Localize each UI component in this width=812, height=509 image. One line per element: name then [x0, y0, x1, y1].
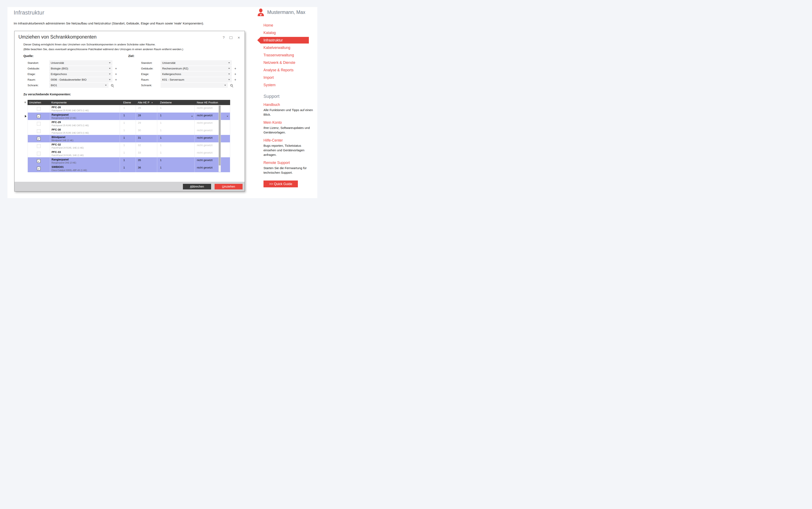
- chevron-down-icon[interactable]: [191, 116, 193, 117]
- cell-zielebene-value: 1: [160, 144, 161, 147]
- chevron-down-icon[interactable]: [109, 74, 111, 75]
- close-icon[interactable]: ✕: [237, 36, 240, 40]
- sidebar-item-home[interactable]: Home: [257, 22, 311, 29]
- column-header-ebene[interactable]: Ebene: [120, 100, 136, 105]
- cell-ebene-value: 1: [123, 151, 125, 154]
- row-checkbox[interactable]: [37, 107, 41, 111]
- table-row[interactable]: PFC-33PatchPanel 24 RJ45, 1HE (1 HE)1331…: [28, 150, 230, 157]
- sidebar-item-katalog[interactable]: Katalog: [257, 29, 311, 36]
- add-button[interactable]: +: [113, 77, 118, 82]
- combobox-schrank[interactable]: [160, 83, 228, 88]
- cell-komponente: BlindpanelBlindpanel 1HE (1 HE): [50, 135, 120, 142]
- chevron-down-icon[interactable]: [109, 68, 111, 69]
- move-button[interactable]: Umziehen: [215, 184, 243, 190]
- table-row[interactable]: RangierpanelRangierpanel 2HE (2 HE)1351n…: [28, 157, 230, 165]
- chevron-down-icon[interactable]: [105, 85, 107, 86]
- table-row[interactable]: PFC-26Patchpanel 25 RJ45 1HE CAT3 (1 HE)…: [28, 105, 230, 112]
- row-checkbox[interactable]: [37, 122, 41, 126]
- chevron-down-icon[interactable]: [228, 68, 230, 69]
- cell-zielebene-value: 1: [160, 159, 161, 162]
- page-subtitle: Im Infrastrukturbereich administrieren S…: [14, 22, 204, 25]
- cell-zielebene-value: 1: [160, 166, 161, 169]
- cell-alte-he-position: 36: [136, 165, 157, 172]
- quick-guide-button[interactable]: >> Quick Guide: [263, 180, 298, 188]
- cell-ebene-value: 1: [123, 114, 125, 117]
- chevron-down-icon[interactable]: [227, 116, 228, 117]
- cell-ebene-value: 1: [123, 159, 125, 162]
- component-name: Rangierpanel: [51, 158, 120, 161]
- add-button[interactable]: +: [113, 71, 118, 77]
- support-link-hilfe-center[interactable]: Hilfe-Center: [263, 138, 311, 143]
- chevron-down-icon[interactable]: [228, 62, 230, 63]
- cancel-button[interactable]: Abbrechen: [183, 184, 211, 190]
- add-button[interactable]: +: [233, 71, 238, 77]
- column-header-zielebene[interactable]: Zielebene: [157, 100, 195, 105]
- combobox-standort[interactable]: Universität: [49, 60, 112, 66]
- support-description: Bugs reporten, Ticketstatus einsehen und…: [263, 143, 313, 157]
- grid-header: Umziehen Komponente Ebene Alte HE P ▲ Zi…: [28, 100, 230, 105]
- table-row[interactable]: RangierpanelRangierpanel 2HE (2 HE)1281n…: [28, 112, 230, 120]
- component-type: PatchPanel 24 RJ45, 1HE (1 HE): [51, 146, 120, 149]
- sidebar-item-netzwerk-dienste[interactable]: Netzwerk & Dienste: [257, 59, 311, 66]
- row-checkbox[interactable]: [37, 167, 41, 170]
- sidebar-item-system[interactable]: System: [257, 81, 311, 89]
- cell-alte-he-position-value: 31: [138, 136, 141, 139]
- field-label: Standort:: [141, 61, 160, 64]
- search-button[interactable]: [110, 83, 115, 88]
- chevron-down-icon[interactable]: [228, 74, 230, 75]
- maximize-icon[interactable]: [229, 36, 232, 39]
- chevron-down-icon[interactable]: [109, 79, 111, 80]
- sidebar-item-import[interactable]: Import: [257, 74, 311, 81]
- column-header-alte-he-position[interactable]: Alte HE P ▲: [136, 100, 157, 105]
- table-row[interactable]: SWBIO01Cisco Catalyst 9300L-48P-4X (1 HE…: [28, 165, 230, 172]
- form-row-standort: Standort:Universität: [24, 60, 118, 66]
- cell-ebene-value: 1: [123, 106, 125, 109]
- table-row[interactable]: PFC-32PatchPanel 24 RJ45, 1HE (1 HE)1321…: [28, 142, 230, 150]
- support-link-mein-konto[interactable]: Mein Konto: [263, 121, 311, 125]
- table-row[interactable]: BlindpanelBlindpanel 1HE (1 HE)1311nicht…: [28, 135, 230, 142]
- table-row[interactable]: PFC-29Patchpanel 25 RJ45 1HE CAT3 (1 HE)…: [28, 120, 230, 128]
- chevron-down-icon[interactable]: [109, 62, 111, 63]
- add-button[interactable]: +: [233, 77, 238, 82]
- row-checkbox[interactable]: [37, 144, 41, 148]
- row-checkbox[interactable]: [37, 137, 41, 140]
- sidebar-item-kabelverwaltung[interactable]: Kabelverwaltung: [257, 44, 311, 52]
- dialog-description: Dieser Dialog ermöglicht Ihnen das Umzie…: [24, 42, 183, 52]
- combobox-schrank[interactable]: BIO1: [49, 83, 109, 88]
- combobox-gebäude[interactable]: Biologie (BIO): [49, 66, 112, 71]
- sidebar-item-analyse-reports[interactable]: Analyse & Reports: [257, 66, 311, 74]
- field-label: Standort:: [28, 61, 49, 64]
- combobox-etage[interactable]: Erdgeschoss: [49, 71, 112, 77]
- add-button[interactable]: +: [233, 66, 238, 71]
- grid-settings-icon[interactable]: ✳: [24, 101, 27, 104]
- sidebar-item-infrastruktur[interactable]: Infrastruktur: [261, 37, 309, 43]
- column-header-umziehen[interactable]: Umziehen: [28, 100, 50, 105]
- sidebar-item-trassenverwaltung[interactable]: Trassenverwaltung: [257, 52, 311, 59]
- chevron-down-icon[interactable]: [228, 79, 230, 80]
- chevron-down-icon[interactable]: [224, 85, 226, 86]
- combobox-etage[interactable]: Kellergeschoss: [160, 71, 232, 77]
- grid-scrollbar[interactable]: [219, 105, 221, 172]
- source-heading: Quelle:: [24, 54, 118, 58]
- combobox-gebäude[interactable]: Rechenzentrum (RZ): [160, 66, 232, 71]
- help-icon[interactable]: ?: [223, 36, 225, 40]
- combobox-raum[interactable]: 0006 - Gebäudeverteiler BIO: [49, 77, 112, 82]
- support-link-remote-support[interactable]: Remote Support: [263, 161, 311, 165]
- cell-alte-he-position: 31: [136, 135, 157, 142]
- table-row[interactable]: PFC-30Patchpanel 25 RJ45 1HE CAT3 (1 HE)…: [28, 128, 230, 135]
- grid-scrollbar-thumb[interactable]: [219, 106, 221, 165]
- search-button[interactable]: [229, 83, 234, 88]
- row-checkbox[interactable]: [37, 159, 41, 163]
- cell-zielebene-value: 1: [160, 121, 161, 124]
- combobox-raum[interactable]: K01 - Serverraum: [160, 77, 232, 82]
- cell-zielebene: 1: [157, 128, 195, 135]
- column-header-komponente[interactable]: Komponente: [50, 100, 120, 105]
- combobox-standort[interactable]: Universität: [160, 60, 232, 66]
- add-button[interactable]: +: [113, 66, 118, 71]
- column-header-neue-he-position[interactable]: Neue HE Position: [195, 100, 230, 105]
- support-link-handbuch[interactable]: Handbuch: [263, 103, 311, 107]
- cell-alte-he-position-value: 35: [138, 159, 141, 162]
- row-checkbox[interactable]: [37, 152, 41, 156]
- row-checkbox[interactable]: [37, 129, 41, 133]
- row-checkbox[interactable]: [37, 114, 41, 118]
